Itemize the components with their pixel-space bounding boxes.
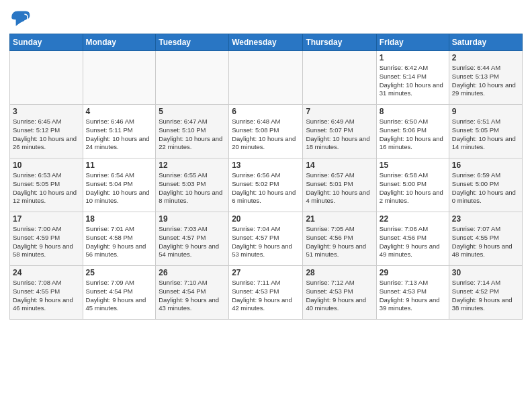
- calendar-cell-2-2: 4Sunrise: 6:46 AMSunset: 5:11 PMDaylight…: [83, 105, 156, 158]
- day-info: Sunrise: 6:58 AMSunset: 5:00 PMDaylight:…: [380, 171, 446, 205]
- day-number: 24: [13, 268, 80, 277]
- day-info: Sunrise: 7:01 AMSunset: 4:58 PMDaylight:…: [86, 225, 153, 259]
- day-info: Sunrise: 6:49 AMSunset: 5:07 PMDaylight:…: [306, 118, 373, 152]
- day-info: Sunrise: 6:47 AMSunset: 5:10 PMDaylight:…: [159, 118, 226, 152]
- calendar-cell-4-1: 17Sunrise: 7:00 AMSunset: 4:59 PMDayligh…: [10, 212, 83, 266]
- day-number: 2: [452, 53, 519, 62]
- calendar-header: SundayMondayTuesdayWednesdayThursdayFrid…: [10, 34, 523, 51]
- day-info: Sunrise: 6:54 AMSunset: 5:04 PMDaylight:…: [86, 171, 153, 205]
- weekday-header-friday: Friday: [376, 34, 449, 51]
- calendar-cell-3-7: 16Sunrise: 6:59 AMSunset: 5:00 PMDayligh…: [449, 158, 522, 212]
- weekday-header-sunday: Sunday: [10, 34, 83, 51]
- day-number: 20: [232, 214, 300, 224]
- day-info: Sunrise: 6:57 AMSunset: 5:01 PMDaylight:…: [306, 171, 373, 205]
- day-info: Sunrise: 7:10 AMSunset: 4:54 PMDaylight:…: [159, 279, 226, 313]
- calendar-cell-5-4: 27Sunrise: 7:11 AMSunset: 4:53 PMDayligh…: [229, 266, 303, 320]
- calendar-cell-5-7: 30Sunrise: 7:14 AMSunset: 4:52 PMDayligh…: [449, 266, 522, 320]
- day-number: 28: [306, 268, 373, 277]
- calendar-cell-3-3: 12Sunrise: 6:55 AMSunset: 5:03 PMDayligh…: [156, 158, 229, 212]
- day-info: Sunrise: 7:05 AMSunset: 4:56 PMDaylight:…: [306, 225, 373, 259]
- calendar-cell-3-6: 15Sunrise: 6:58 AMSunset: 5:00 PMDayligh…: [376, 158, 449, 212]
- day-number: 23: [452, 214, 519, 224]
- day-number: 16: [452, 161, 519, 170]
- calendar-cell-5-1: 24Sunrise: 7:08 AMSunset: 4:55 PMDayligh…: [10, 266, 83, 320]
- day-number: 22: [380, 214, 446, 224]
- page: SundayMondayTuesdayWednesdayThursdayFrid…: [0, 0, 532, 411]
- day-number: 4: [86, 107, 153, 116]
- header: [9, 7, 523, 28]
- calendar-cell-2-7: 9Sunrise: 6:51 AMSunset: 5:05 PMDaylight…: [449, 105, 522, 158]
- day-number: 15: [380, 161, 446, 170]
- day-number: 30: [452, 268, 519, 277]
- calendar-cell-1-2: [83, 51, 156, 105]
- calendar-cell-4-3: 19Sunrise: 7:03 AMSunset: 4:57 PMDayligh…: [156, 212, 229, 266]
- calendar-cell-3-1: 10Sunrise: 6:53 AMSunset: 5:05 PMDayligh…: [10, 158, 83, 212]
- weekday-header-wednesday: Wednesday: [229, 34, 303, 51]
- calendar-cell-2-1: 3Sunrise: 6:45 AMSunset: 5:12 PMDaylight…: [10, 105, 83, 158]
- day-number: 11: [86, 161, 153, 170]
- calendar-cell-3-4: 13Sunrise: 6:56 AMSunset: 5:02 PMDayligh…: [229, 158, 303, 212]
- day-number: 8: [380, 107, 446, 116]
- calendar-cell-4-4: 20Sunrise: 7:04 AMSunset: 4:57 PMDayligh…: [229, 212, 303, 266]
- weekday-header-tuesday: Tuesday: [156, 34, 229, 51]
- calendar-cell-2-4: 6Sunrise: 6:48 AMSunset: 5:08 PMDaylight…: [229, 105, 303, 158]
- day-number: 3: [13, 107, 80, 116]
- day-info: Sunrise: 7:06 AMSunset: 4:56 PMDaylight:…: [380, 225, 446, 259]
- day-number: 29: [380, 268, 446, 277]
- day-info: Sunrise: 6:45 AMSunset: 5:12 PMDaylight:…: [13, 118, 80, 152]
- calendar-cell-3-5: 14Sunrise: 6:57 AMSunset: 5:01 PMDayligh…: [303, 158, 376, 212]
- day-info: Sunrise: 7:08 AMSunset: 4:55 PMDaylight:…: [13, 279, 80, 313]
- calendar-week-5: 24Sunrise: 7:08 AMSunset: 4:55 PMDayligh…: [10, 266, 523, 320]
- calendar-body: 1Sunrise: 6:42 AMSunset: 5:14 PMDaylight…: [10, 51, 523, 320]
- day-info: Sunrise: 7:11 AMSunset: 4:53 PMDaylight:…: [232, 279, 300, 313]
- calendar-cell-4-6: 22Sunrise: 7:06 AMSunset: 4:56 PMDayligh…: [376, 212, 449, 266]
- calendar-week-3: 10Sunrise: 6:53 AMSunset: 5:05 PMDayligh…: [10, 158, 523, 212]
- calendar-cell-1-1: [10, 51, 83, 105]
- calendar-cell-5-5: 28Sunrise: 7:12 AMSunset: 4:53 PMDayligh…: [303, 266, 376, 320]
- day-info: Sunrise: 7:14 AMSunset: 4:52 PMDaylight:…: [452, 279, 519, 313]
- weekday-header-saturday: Saturday: [449, 34, 522, 51]
- calendar-cell-4-7: 23Sunrise: 7:07 AMSunset: 4:55 PMDayligh…: [449, 212, 522, 266]
- calendar-table: SundayMondayTuesdayWednesdayThursdayFrid…: [9, 34, 523, 320]
- calendar-cell-2-6: 8Sunrise: 6:50 AMSunset: 5:06 PMDaylight…: [376, 105, 449, 158]
- day-number: 6: [232, 107, 300, 116]
- day-info: Sunrise: 6:48 AMSunset: 5:08 PMDaylight:…: [232, 118, 300, 152]
- day-info: Sunrise: 6:56 AMSunset: 5:02 PMDaylight:…: [232, 171, 300, 205]
- weekday-header-row: SundayMondayTuesdayWednesdayThursdayFrid…: [10, 34, 523, 51]
- day-number: 5: [159, 107, 226, 116]
- calendar-cell-5-3: 26Sunrise: 7:10 AMSunset: 4:54 PMDayligh…: [156, 266, 229, 320]
- calendar-cell-1-5: [303, 51, 376, 105]
- day-number: 10: [13, 161, 80, 170]
- day-number: 12: [159, 161, 226, 170]
- day-info: Sunrise: 6:42 AMSunset: 5:14 PMDaylight:…: [380, 64, 446, 98]
- day-number: 7: [306, 107, 373, 116]
- day-info: Sunrise: 6:55 AMSunset: 5:03 PMDaylight:…: [159, 171, 226, 205]
- day-info: Sunrise: 7:07 AMSunset: 4:55 PMDaylight:…: [452, 225, 519, 259]
- logo: [9, 7, 34, 28]
- day-number: 1: [380, 53, 446, 62]
- calendar-cell-1-4: [229, 51, 303, 105]
- day-number: 21: [306, 214, 373, 224]
- day-info: Sunrise: 6:46 AMSunset: 5:11 PMDaylight:…: [86, 118, 153, 152]
- day-info: Sunrise: 6:51 AMSunset: 5:05 PMDaylight:…: [452, 118, 519, 152]
- day-info: Sunrise: 6:59 AMSunset: 5:00 PMDaylight:…: [452, 171, 519, 205]
- day-info: Sunrise: 7:13 AMSunset: 4:53 PMDaylight:…: [380, 279, 446, 313]
- calendar-week-2: 3Sunrise: 6:45 AMSunset: 5:12 PMDaylight…: [10, 105, 523, 158]
- calendar-week-4: 17Sunrise: 7:00 AMSunset: 4:59 PMDayligh…: [10, 212, 523, 266]
- calendar-cell-2-5: 7Sunrise: 6:49 AMSunset: 5:07 PMDaylight…: [303, 105, 376, 158]
- day-number: 9: [452, 107, 519, 116]
- day-number: 19: [159, 214, 226, 224]
- day-number: 26: [159, 268, 226, 277]
- calendar-cell-4-2: 18Sunrise: 7:01 AMSunset: 4:58 PMDayligh…: [83, 212, 156, 266]
- calendar-week-1: 1Sunrise: 6:42 AMSunset: 5:14 PMDaylight…: [10, 51, 523, 105]
- calendar-cell-1-6: 1Sunrise: 6:42 AMSunset: 5:14 PMDaylight…: [376, 51, 449, 105]
- day-number: 14: [306, 161, 373, 170]
- day-info: Sunrise: 7:00 AMSunset: 4:59 PMDaylight:…: [13, 225, 80, 259]
- day-info: Sunrise: 6:53 AMSunset: 5:05 PMDaylight:…: [13, 171, 80, 205]
- calendar-cell-3-2: 11Sunrise: 6:54 AMSunset: 5:04 PMDayligh…: [83, 158, 156, 212]
- day-info: Sunrise: 7:12 AMSunset: 4:53 PMDaylight:…: [306, 279, 373, 313]
- calendar-cell-1-3: [156, 51, 229, 105]
- day-number: 17: [13, 214, 80, 224]
- day-number: 18: [86, 214, 153, 224]
- day-info: Sunrise: 7:09 AMSunset: 4:54 PMDaylight:…: [86, 279, 153, 313]
